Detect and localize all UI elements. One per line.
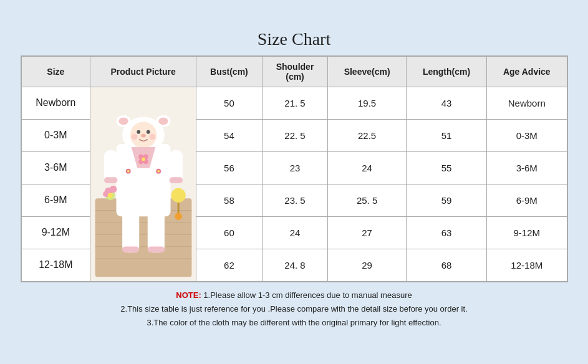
- cell-size: 0-3M: [21, 119, 90, 151]
- svg-rect-31: [104, 177, 117, 183]
- svg-point-17: [149, 134, 155, 140]
- cell-age: 0-3M: [487, 119, 567, 151]
- cell-shoulder: 23: [262, 151, 328, 184]
- cell-age: 9-12M: [487, 216, 567, 249]
- svg-point-10: [118, 117, 128, 125]
- cell-bust: 58: [196, 184, 263, 216]
- svg-point-37: [171, 188, 185, 203]
- svg-point-16: [131, 134, 137, 140]
- svg-point-26: [127, 170, 130, 173]
- col-header-shoulder: Shoulder(cm): [262, 56, 328, 87]
- col-header-sleeve: Sleeve(cm): [328, 56, 407, 87]
- cell-shoulder: 23. 5: [262, 184, 328, 216]
- svg-point-44: [108, 193, 113, 198]
- cell-product-picture: [90, 87, 196, 281]
- cell-shoulder: 21. 5: [262, 87, 328, 119]
- note-line-3: 3.The color of the cloth may be differen…: [147, 318, 441, 327]
- svg-point-11: [158, 117, 168, 125]
- cell-length: 51: [406, 119, 486, 151]
- cell-sleeve: 24: [328, 151, 407, 184]
- cell-bust: 62: [196, 249, 263, 281]
- cell-length: 59: [406, 184, 486, 216]
- cell-age: 3-6M: [487, 151, 567, 184]
- table-row: Newborn: [21, 87, 567, 119]
- svg-rect-33: [122, 210, 139, 252]
- col-header-size: Size: [21, 56, 90, 87]
- svg-point-14: [146, 130, 150, 134]
- cell-shoulder: 24. 8: [262, 249, 328, 281]
- cell-age: Newborn: [487, 87, 567, 119]
- cell-size: 9-12M: [21, 216, 90, 249]
- cell-size: 3-6M: [21, 151, 90, 184]
- table-wrapper: Size Product Picture Bust(cm) Shoulder(c…: [21, 55, 568, 282]
- cell-length: 55: [406, 151, 486, 184]
- col-header-bust: Bust(cm): [196, 56, 263, 87]
- size-chart-table: Size Product Picture Bust(cm) Shoulder(c…: [21, 56, 567, 282]
- cell-length: 63: [406, 216, 486, 249]
- col-header-picture: Product Picture: [90, 56, 196, 87]
- note-line-2: 2.This size table is just reference for …: [120, 304, 467, 314]
- table-header-row: Size Product Picture Bust(cm) Shoulder(c…: [21, 56, 567, 87]
- col-header-length: Length(cm): [406, 56, 486, 87]
- cell-size: 12-18M: [21, 249, 90, 281]
- svg-rect-36: [147, 246, 164, 252]
- cell-shoulder: 22. 5: [262, 119, 328, 151]
- cell-bust: 50: [196, 87, 263, 119]
- col-header-age: Age Advice: [487, 56, 567, 87]
- cell-bust: 60: [196, 216, 263, 249]
- cell-shoulder: 24: [262, 216, 328, 249]
- cell-sleeve: 25. 5: [328, 184, 407, 216]
- svg-rect-35: [122, 246, 139, 252]
- svg-point-42: [109, 186, 117, 193]
- svg-point-28: [157, 170, 160, 173]
- notes-section: NOTE: 1.Please allow 1-3 cm differences …: [21, 282, 568, 332]
- cell-size: Newborn: [21, 87, 90, 119]
- cell-age: 12-18M: [487, 249, 567, 281]
- svg-point-39: [175, 213, 182, 220]
- note-label: NOTE:: [176, 290, 201, 300]
- cell-bust: 54: [196, 119, 263, 151]
- cell-age: 6-9M: [487, 184, 567, 216]
- svg-point-24: [142, 157, 145, 161]
- cell-length: 68: [406, 249, 486, 281]
- svg-rect-32: [169, 177, 182, 183]
- size-chart-container: Size Chart Size Product Picture Bust(cm)…: [11, 23, 578, 341]
- svg-rect-34: [147, 210, 164, 252]
- note-line-1: 1.Please allow 1-3 cm differences due to…: [203, 290, 412, 300]
- svg-point-13: [137, 130, 140, 134]
- cell-bust: 56: [196, 151, 263, 184]
- cell-sleeve: 22.5: [328, 119, 407, 151]
- cell-size: 6-9M: [21, 184, 90, 216]
- cell-length: 43: [406, 87, 486, 119]
- cell-sleeve: 27: [328, 216, 407, 249]
- cell-sleeve: 19.5: [328, 87, 407, 119]
- svg-point-15: [141, 134, 146, 138]
- cell-sleeve: 29: [328, 249, 407, 281]
- page-title: Size Chart: [21, 29, 568, 49]
- baby-romper-image: [94, 90, 193, 277]
